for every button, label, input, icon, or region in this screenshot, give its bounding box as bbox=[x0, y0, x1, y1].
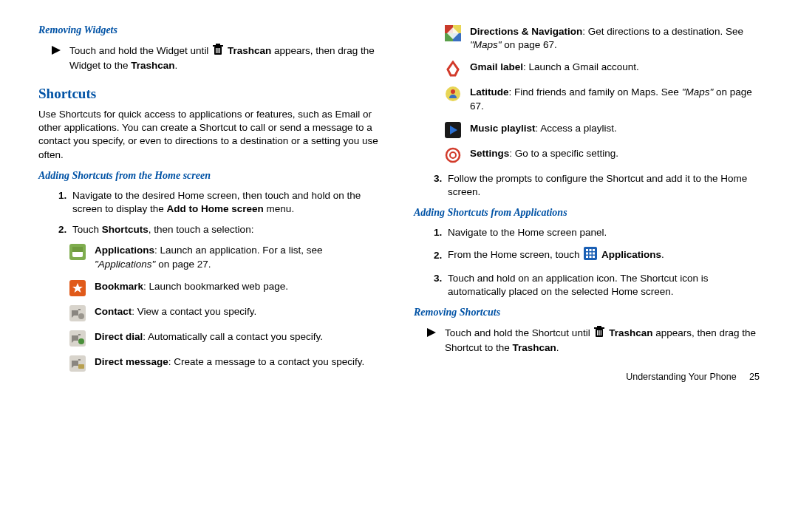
gmail-icon bbox=[445, 61, 461, 77]
svg-rect-4 bbox=[216, 48, 216, 53]
svg-rect-31 bbox=[590, 249, 592, 251]
shortcut-gmail: Gmail label: Launch a Gmail account. bbox=[445, 61, 760, 77]
svg-point-28 bbox=[450, 152, 456, 158]
list-item: From the Home screen, touch Applications… bbox=[445, 247, 760, 264]
shortcut-direct-message: Direct message: Create a message to a co… bbox=[69, 355, 384, 372]
heading-removing-shortcuts: Removing Shortcuts bbox=[414, 306, 760, 320]
shortcuts-intro: Use Shortcuts for quick access to applic… bbox=[38, 108, 384, 162]
shortcut-contact: Contact: View a contact you specify. bbox=[69, 305, 384, 321]
svg-rect-36 bbox=[586, 256, 588, 258]
svg-rect-34 bbox=[590, 253, 592, 255]
list-item: Touch Shortcuts, then touch a selection: bbox=[69, 223, 384, 236]
bookmark-icon bbox=[69, 280, 86, 296]
text-bold: Trashcan bbox=[131, 60, 174, 71]
heading-shortcuts: Shortcuts bbox=[38, 84, 384, 103]
page-footer: Understanding Your Phone 25 bbox=[414, 371, 760, 383]
remove-shortcut-step: Touch and hold the Shortcut until Trashc… bbox=[427, 326, 760, 355]
svg-rect-33 bbox=[586, 253, 588, 255]
left-column: Removing Widgets Touch and hold the Widg… bbox=[38, 21, 384, 383]
arrow-icon bbox=[427, 327, 436, 355]
svg-rect-45 bbox=[601, 330, 601, 335]
svg-rect-9 bbox=[72, 247, 83, 252]
direct-dial-icon bbox=[69, 330, 86, 347]
direct-message-icon bbox=[69, 355, 86, 372]
svg-point-24 bbox=[451, 89, 455, 94]
contact-icon bbox=[69, 305, 86, 321]
heading-add-apps: Adding Shortcuts from Applications bbox=[414, 206, 760, 220]
svg-point-15 bbox=[78, 338, 84, 344]
remove-widgets-step: Touch and hold the Widget until Trashcan… bbox=[52, 44, 384, 72]
list-item: Navigate to the Home screen panel. bbox=[445, 226, 760, 239]
svg-rect-42 bbox=[597, 326, 601, 327]
shortcut-latitude: Latitude: Find friends and family on Map… bbox=[445, 86, 760, 112]
applications-grid-icon bbox=[584, 247, 597, 264]
text-bold: Trashcan bbox=[228, 45, 271, 56]
svg-rect-37 bbox=[590, 256, 592, 258]
svg-point-27 bbox=[446, 149, 460, 162]
arrow-icon bbox=[52, 44, 61, 72]
page-number: 25 bbox=[749, 372, 760, 382]
shortcut-directions: Directions & Navigation: Get directions … bbox=[445, 25, 760, 52]
heading-removing-widgets: Removing Widgets bbox=[38, 24, 384, 38]
svg-rect-43 bbox=[597, 330, 598, 335]
shortcut-direct-dial: Direct dial: Automatically call a contac… bbox=[69, 330, 384, 347]
music-icon bbox=[445, 122, 461, 138]
latitude-icon bbox=[445, 86, 461, 102]
svg-marker-39 bbox=[427, 328, 436, 337]
svg-rect-3 bbox=[216, 44, 220, 45]
svg-rect-2 bbox=[213, 45, 223, 47]
shortcut-settings: Settings: Go to a specific setting. bbox=[445, 147, 760, 163]
svg-rect-17 bbox=[78, 364, 84, 369]
trashcan-icon bbox=[594, 326, 604, 341]
list-item: Navigate to the desired Home screen, the… bbox=[69, 189, 384, 216]
svg-rect-35 bbox=[593, 253, 595, 255]
right-column: Directions & Navigation: Get directions … bbox=[414, 21, 760, 383]
add-apps-list: Navigate to the Home screen panel. From … bbox=[414, 226, 760, 299]
svg-rect-6 bbox=[219, 48, 220, 53]
svg-point-13 bbox=[78, 313, 84, 319]
shortcut-music: Music playlist: Access a playlist. bbox=[445, 122, 760, 138]
svg-rect-32 bbox=[593, 249, 595, 251]
applications-icon bbox=[69, 244, 86, 260]
shortcut-applications: Applications: Launch an application. For… bbox=[69, 244, 384, 270]
svg-rect-30 bbox=[586, 249, 588, 251]
directions-icon bbox=[445, 25, 461, 41]
svg-rect-41 bbox=[594, 327, 604, 329]
svg-marker-0 bbox=[52, 46, 61, 55]
svg-rect-44 bbox=[599, 330, 600, 335]
list-item: Follow the prompts to configure the Shor… bbox=[445, 172, 760, 199]
trashcan-icon bbox=[213, 44, 223, 59]
footer-text: Understanding Your Phone bbox=[626, 372, 736, 382]
add-home-list: Navigate to the desired Home screen, the… bbox=[38, 189, 384, 237]
list-item: Touch and hold on an application icon. T… bbox=[445, 272, 760, 299]
shortcut-bookmark: Bookmark: Launch bookmarked web page. bbox=[69, 280, 384, 296]
svg-rect-38 bbox=[593, 256, 595, 258]
text: Touch and hold the Widget until bbox=[69, 45, 211, 56]
settings-icon bbox=[445, 147, 461, 163]
heading-add-home: Adding Shortcuts from the Home screen bbox=[38, 169, 384, 183]
svg-rect-5 bbox=[218, 48, 219, 53]
add-home-list-cont: Follow the prompts to configure the Shor… bbox=[414, 172, 760, 199]
